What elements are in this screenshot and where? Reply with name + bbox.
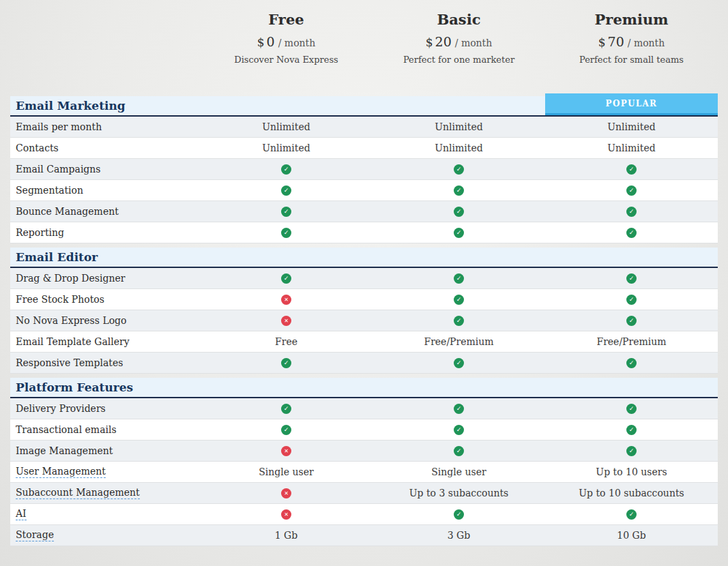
- check-icon: ✓: [281, 404, 291, 414]
- feature-cell: Storage: [10, 525, 200, 546]
- check-icon: ✓: [454, 358, 464, 368]
- cross-icon: ✕: [281, 446, 291, 456]
- value-cell: ✓: [545, 159, 718, 179]
- feature-label: Image Management: [16, 445, 113, 456]
- check-icon: ✓: [281, 185, 291, 196]
- value-cell: Unlimited: [545, 117, 718, 137]
- feature-label-tooltip-link[interactable]: AI: [16, 508, 27, 520]
- plan-tagline: Discover Nova Express: [200, 53, 373, 67]
- value-cell: ✓: [545, 222, 718, 243]
- value-cell: Free/Premium: [545, 331, 718, 352]
- feature-column-spacer: [10, 10, 200, 67]
- value-cell: ✓: [545, 504, 718, 524]
- value-cell: ✓: [200, 159, 373, 179]
- feature-cell: AI: [10, 504, 200, 524]
- plan-name: Premium: [545, 10, 718, 30]
- value-text: Unlimited: [607, 143, 655, 153]
- value-text: Unlimited: [262, 121, 310, 132]
- plan-column-free: Free $0/ month Discover Nova Express: [200, 10, 373, 67]
- value-cell: ✓: [200, 268, 373, 288]
- value-text: Free/Premium: [596, 336, 666, 347]
- check-icon: ✓: [626, 404, 637, 414]
- value-cell: ✓: [200, 419, 373, 440]
- value-cell: ✓: [545, 180, 718, 200]
- popular-badge: POPULAR: [545, 93, 718, 115]
- value-cell: ✓: [373, 419, 545, 440]
- section-title: Email Editor: [16, 250, 98, 264]
- feature-cell: User Management: [10, 462, 200, 482]
- value-text: Single user: [431, 466, 486, 477]
- value-cell: ✓: [200, 222, 373, 243]
- table-row: No Nova Express Logo✕✓✓: [10, 310, 718, 331]
- plan-tagline: Perfect for one marketer: [373, 53, 545, 67]
- feature-label-tooltip-link[interactable]: Subaccount Management: [16, 487, 140, 499]
- currency-symbol: $: [598, 35, 606, 49]
- value-cell: Free/Premium: [373, 331, 545, 352]
- table-row: Delivery Providers✓✓✓: [10, 398, 718, 419]
- value-text: Unlimited: [435, 121, 482, 132]
- feature-cell: Drag & Drop Designer: [10, 268, 200, 288]
- value-cell: 1 Gb: [200, 525, 373, 546]
- plan-column-basic: Basic $20/ month Perfect for one markete…: [373, 10, 545, 67]
- feature-cell: Transactional emails: [10, 419, 200, 440]
- value-text: Up to 10 subaccounts: [579, 488, 684, 498]
- table-row: Email Campaigns✓✓✓: [10, 159, 718, 180]
- value-cell: ✓: [545, 201, 718, 222]
- plan-header-row: Free $0/ month Discover Nova Express Bas…: [10, 0, 718, 65]
- check-icon: ✓: [626, 425, 637, 435]
- feature-cell: Responsive Templates: [10, 353, 200, 373]
- check-icon: ✓: [454, 404, 464, 414]
- section-title: Platform Features: [16, 381, 133, 394]
- value-cell: ✓: [373, 441, 545, 461]
- price-period: / month: [628, 38, 665, 48]
- pricing-page: Free $0/ month Discover Nova Express Bas…: [0, 0, 728, 546]
- value-text: 3 Gb: [448, 530, 471, 541]
- check-icon: ✓: [626, 316, 637, 326]
- price-amount: 20: [435, 34, 452, 49]
- value-cell: ✓: [373, 201, 545, 222]
- section-header-platform-features: Platform Features: [10, 378, 718, 398]
- check-icon: ✓: [454, 207, 464, 217]
- value-cell: ✓: [200, 201, 373, 222]
- feature-cell: Contacts: [10, 138, 200, 158]
- value-text: Unlimited: [435, 143, 482, 153]
- value-cell: Single user: [373, 462, 545, 482]
- table-row: Storage1 Gb3 Gb10 Gb: [10, 525, 718, 546]
- price-period: / month: [278, 38, 316, 48]
- value-cell: ✓: [545, 353, 718, 373]
- check-icon: ✓: [281, 425, 291, 435]
- value-cell: Up to 3 subaccounts: [373, 483, 545, 503]
- table-row: Subaccount Management✕Up to 3 subaccount…: [10, 483, 718, 504]
- feature-label: Contacts: [16, 143, 59, 153]
- check-icon: ✓: [454, 509, 464, 520]
- check-icon: ✓: [454, 228, 464, 238]
- table-row: Transactional emails✓✓✓: [10, 419, 718, 441]
- feature-label-tooltip-link[interactable]: Storage: [16, 529, 54, 541]
- value-text: Free/Premium: [424, 336, 493, 347]
- feature-cell: Bounce Management: [10, 201, 200, 222]
- value-text: Up to 3 subaccounts: [409, 488, 509, 498]
- feature-label: Reporting: [16, 227, 64, 238]
- value-cell: ✓: [200, 353, 373, 373]
- feature-label-tooltip-link[interactable]: User Management: [16, 466, 106, 478]
- plan-price: $70/ month: [545, 33, 718, 52]
- feature-label: No Nova Express Logo: [16, 315, 127, 326]
- feature-cell: Subaccount Management: [10, 483, 200, 503]
- value-cell: ✕: [200, 504, 373, 524]
- table-row: Email Template GalleryFreeFree/PremiumFr…: [10, 331, 718, 353]
- check-icon: ✓: [626, 273, 637, 284]
- feature-label: Transactional emails: [16, 424, 117, 435]
- value-cell: ✓: [373, 180, 545, 200]
- plan-name: Free: [200, 10, 373, 30]
- check-icon: ✓: [454, 316, 464, 326]
- plan-price: $20/ month: [373, 33, 545, 52]
- value-cell: ✓: [373, 353, 545, 373]
- value-cell: Single user: [200, 462, 373, 482]
- check-icon: ✓: [626, 164, 637, 175]
- check-icon: ✓: [454, 446, 464, 456]
- value-cell: ✓: [545, 268, 718, 288]
- check-icon: ✓: [454, 295, 464, 305]
- check-icon: ✓: [626, 509, 637, 520]
- currency-symbol: $: [257, 35, 265, 49]
- feature-cell: Reporting: [10, 222, 200, 243]
